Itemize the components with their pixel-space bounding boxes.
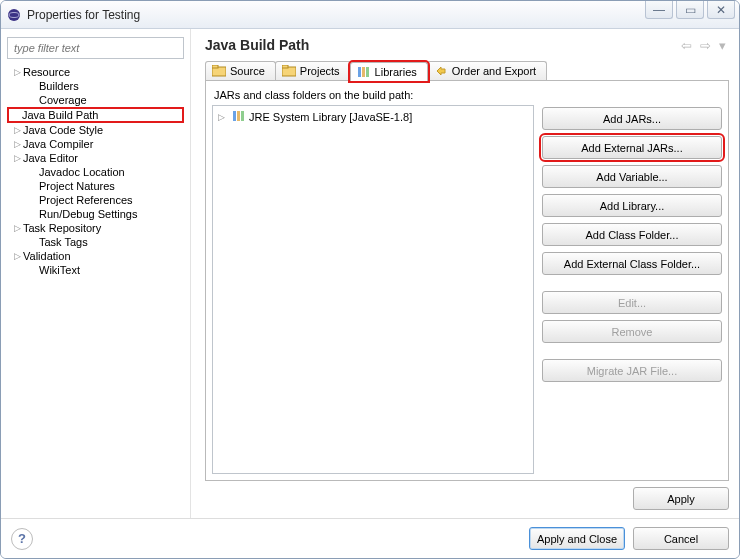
tab-label: Projects — [300, 65, 340, 77]
add-variable-button[interactable]: Add Variable... — [542, 165, 722, 188]
sidebar-item-java-compiler[interactable]: ▷Java Compiler — [7, 137, 184, 151]
sidebar-item-java-build-path[interactable]: Java Build Path — [7, 107, 184, 123]
sidebar-item-java-editor[interactable]: ▷Java Editor — [7, 151, 184, 165]
svg-point-0 — [8, 9, 20, 21]
sidebar-item-task-repository[interactable]: ▷Task Repository — [7, 221, 184, 235]
page-title: Java Build Path — [205, 37, 678, 53]
tab-label: Libraries — [375, 66, 417, 78]
window-title: Properties for Testing — [27, 8, 140, 22]
tree-arrow-icon[interactable]: ▷ — [11, 139, 23, 149]
tree-row-jre[interactable]: ▷ JRE System Library [JavaSE-1.8] — [216, 109, 530, 125]
forward-arrow-icon[interactable]: ⇨ — [697, 38, 714, 53]
sidebar-item-project-references[interactable]: Project References — [7, 193, 184, 207]
sidebar-item-label: Project Natures — [39, 180, 115, 192]
tree-arrow-icon[interactable]: ▷ — [11, 251, 23, 261]
libraries-tree[interactable]: ▷ JRE System Library [JavaSE-1.8] — [212, 105, 534, 474]
help-icon[interactable]: ? — [11, 528, 33, 550]
sidebar-item-label: Task Tags — [39, 236, 88, 248]
tree-arrow-icon[interactable]: ▷ — [11, 153, 23, 163]
tab-label: Source — [230, 65, 265, 77]
svg-rect-11 — [241, 111, 244, 121]
library-icon — [232, 110, 246, 124]
order-export-icon — [434, 65, 448, 77]
apply-and-close-button[interactable]: Apply and Close — [529, 527, 625, 550]
add-library-button[interactable]: Add Library... — [542, 194, 722, 217]
titlebar: Properties for Testing — ▭ ✕ — [1, 1, 739, 29]
add-external-jars-button[interactable]: Add External JARs... — [542, 136, 722, 159]
remove-button[interactable]: Remove — [542, 320, 722, 343]
sidebar-item-label: Java Code Style — [23, 124, 103, 136]
sidebar-item-builders[interactable]: Builders — [7, 79, 184, 93]
sidebar-item-label: Run/Debug Settings — [39, 208, 137, 220]
svg-rect-8 — [366, 67, 369, 77]
libraries-icon — [357, 66, 371, 78]
sidebar-item-run-debug-settings[interactable]: Run/Debug Settings — [7, 207, 184, 221]
back-arrow-icon[interactable]: ⇦ — [678, 38, 695, 53]
close-button[interactable]: ✕ — [707, 1, 735, 19]
sidebar-item-label: Coverage — [39, 94, 87, 106]
svg-rect-10 — [237, 111, 240, 121]
add-class-folder-button[interactable]: Add Class Folder... — [542, 223, 722, 246]
sidebar-item-label: Java Build Path — [22, 109, 98, 121]
svg-rect-9 — [233, 111, 236, 121]
svg-rect-3 — [212, 65, 218, 68]
tab-order-export[interactable]: Order and Export — [427, 61, 547, 80]
sidebar-item-wikitext[interactable]: WikiText — [7, 263, 184, 277]
history-nav: ⇦ ⇨ ▾ — [678, 38, 729, 53]
sidebar-item-javadoc-location[interactable]: Javadoc Location — [7, 165, 184, 179]
maximize-button[interactable]: ▭ — [676, 1, 704, 19]
svg-rect-7 — [362, 67, 365, 77]
tree-expand-icon[interactable]: ▷ — [218, 112, 229, 122]
svg-rect-6 — [358, 67, 361, 77]
source-folder-icon — [212, 65, 226, 77]
tab-projects[interactable]: Projects — [275, 61, 351, 80]
sidebar-item-label: Validation — [23, 250, 71, 262]
sidebar-item-label: Javadoc Location — [39, 166, 125, 178]
sidebar-item-project-natures[interactable]: Project Natures — [7, 179, 184, 193]
tab-label: Order and Export — [452, 65, 536, 77]
sidebar-item-label: WikiText — [39, 264, 80, 276]
tree-row-label: JRE System Library [JavaSE-1.8] — [249, 111, 412, 123]
nav-tree: ▷ResourceBuildersCoverageJava Build Path… — [7, 65, 184, 510]
eclipse-icon — [7, 8, 21, 22]
tabstrip: Source Projects Libraries Order and Expo… — [205, 61, 729, 81]
tree-arrow-icon[interactable]: ▷ — [11, 67, 23, 77]
sidebar-item-label: Project References — [39, 194, 133, 206]
svg-rect-5 — [282, 65, 288, 68]
tab-libraries[interactable]: Libraries — [350, 62, 428, 81]
sidebar-item-label: Task Repository — [23, 222, 101, 234]
dropdown-arrow-icon[interactable]: ▾ — [716, 38, 729, 53]
sidebar-item-java-code-style[interactable]: ▷Java Code Style — [7, 123, 184, 137]
edit-button[interactable]: Edit... — [542, 291, 722, 314]
sidebar-item-resource[interactable]: ▷Resource — [7, 65, 184, 79]
apply-button[interactable]: Apply — [633, 487, 729, 510]
sidebar-item-coverage[interactable]: Coverage — [7, 93, 184, 107]
tree-arrow-icon[interactable]: ▷ — [11, 223, 23, 233]
sidebar: ▷ResourceBuildersCoverageJava Build Path… — [1, 29, 191, 518]
libraries-description: JARs and class folders on the build path… — [214, 89, 722, 101]
sidebar-item-label: Resource — [23, 66, 70, 78]
cancel-button[interactable]: Cancel — [633, 527, 729, 550]
projects-folder-icon — [282, 65, 296, 77]
sidebar-item-task-tags[interactable]: Task Tags — [7, 235, 184, 249]
add-jars-button[interactable]: Add JARs... — [542, 107, 722, 130]
add-external-class-folder-button[interactable]: Add External Class Folder... — [542, 252, 722, 275]
sidebar-item-label: Java Compiler — [23, 138, 93, 150]
tree-arrow-icon[interactable]: ▷ — [11, 125, 23, 135]
migrate-jar-button[interactable]: Migrate JAR File... — [542, 359, 722, 382]
filter-input[interactable] — [7, 37, 184, 59]
tab-source[interactable]: Source — [205, 61, 276, 80]
minimize-button[interactable]: — — [645, 1, 673, 19]
sidebar-item-label: Java Editor — [23, 152, 78, 164]
sidebar-item-label: Builders — [39, 80, 79, 92]
sidebar-item-validation[interactable]: ▷Validation — [7, 249, 184, 263]
